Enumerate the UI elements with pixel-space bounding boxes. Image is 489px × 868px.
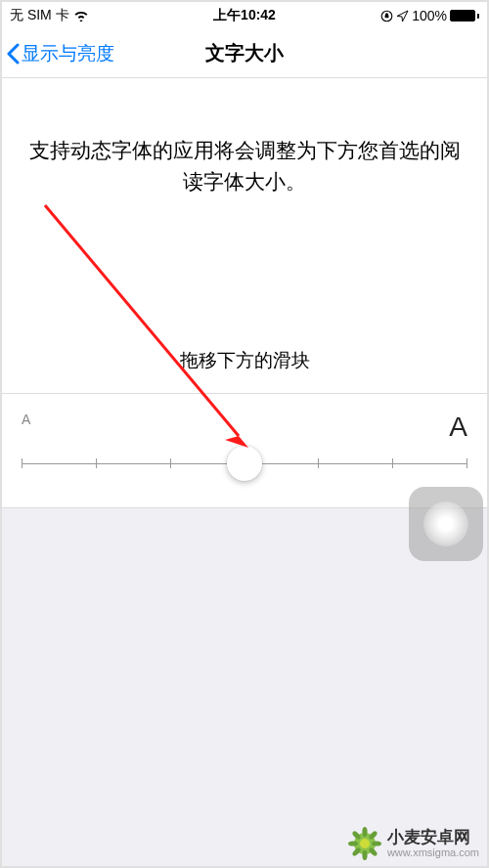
carrier-text: 无 SIM 卡 — [10, 7, 69, 24]
content-area: 支持动态字体的应用将会调整为下方您首选的阅读字体大小。 拖移下方的滑块 A A — [2, 78, 487, 866]
description-text: 支持动态字体的应用将会调整为下方您首选的阅读字体大小。 — [2, 78, 487, 196]
text-size-slider[interactable] — [22, 449, 467, 478]
assistive-touch-icon — [423, 501, 468, 546]
svg-point-8 — [362, 850, 367, 860]
svg-point-4 — [362, 827, 367, 837]
watermark-logo-icon — [348, 827, 381, 860]
back-label: 显示与亮度 — [22, 41, 114, 66]
status-time: 上午10:42 — [213, 7, 276, 24]
svg-point-6 — [372, 841, 381, 846]
status-bar: 无 SIM 卡 上午10:42 100% — [2, 2, 487, 29]
orientation-lock-icon — [380, 10, 393, 22]
slider-thumb[interactable] — [227, 446, 262, 481]
battery-pct: 100% — [412, 8, 447, 23]
status-right: 100% — [380, 8, 479, 23]
location-icon — [396, 10, 409, 22]
watermark-url: www.xmsigma.com — [387, 846, 479, 858]
status-left: 无 SIM 卡 — [10, 7, 89, 24]
wifi-icon — [73, 10, 89, 22]
page-title: 文字大小 — [205, 40, 284, 66]
watermark: 小麦安卓网 www.xmsigma.com — [348, 827, 479, 860]
battery-icon — [450, 10, 479, 22]
nav-bar: 显示与亮度 文字大小 — [2, 29, 487, 78]
slider-min-label: A — [22, 412, 30, 443]
svg-point-10 — [348, 841, 358, 846]
assistive-touch-button[interactable] — [409, 487, 483, 561]
svg-point-12 — [360, 839, 370, 848]
hint-text: 拖移下方的滑块 — [2, 348, 487, 373]
back-button[interactable]: 显示与亮度 — [2, 41, 114, 66]
slider-max-label: A — [449, 412, 467, 443]
watermark-title: 小麦安卓网 — [387, 829, 479, 847]
